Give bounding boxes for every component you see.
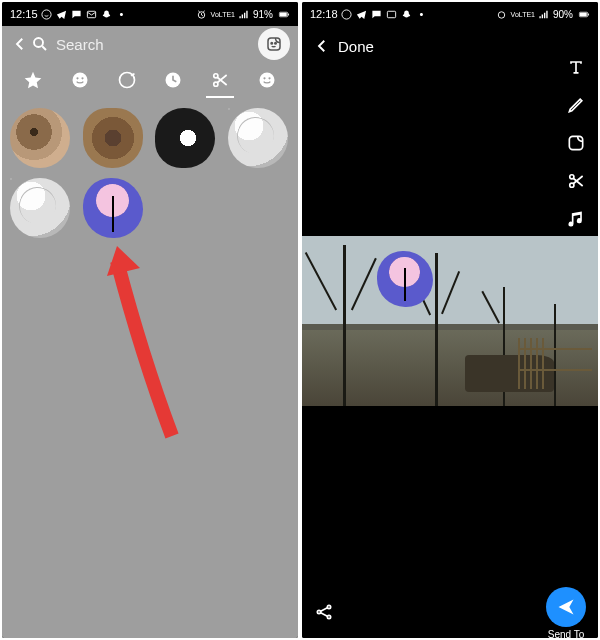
sticker-item[interactable] <box>83 178 143 238</box>
svg-point-20 <box>342 9 351 18</box>
svg-rect-26 <box>569 136 582 149</box>
mail-icon <box>86 8 98 20</box>
tab-emoji[interactable] <box>68 68 92 92</box>
editor-header: Done <box>302 26 598 66</box>
battery-icon <box>578 8 590 20</box>
back-icon[interactable] <box>312 36 332 56</box>
search-input[interactable]: Search <box>56 36 258 53</box>
sticker-item[interactable] <box>155 108 215 168</box>
whatsapp-icon <box>341 8 353 20</box>
svg-point-9 <box>275 43 277 45</box>
message-icon <box>371 8 383 20</box>
svg-point-27 <box>570 175 574 179</box>
svg-point-11 <box>76 77 78 79</box>
volte-label: VoLTE1 <box>211 11 235 18</box>
sticker-item[interactable] <box>83 108 143 168</box>
svg-rect-7 <box>268 38 280 50</box>
search-icon[interactable] <box>30 34 50 54</box>
tab-gif[interactable] <box>115 68 139 92</box>
whatsapp-icon <box>41 8 53 20</box>
tab-smiley[interactable] <box>255 68 279 92</box>
svg-rect-5 <box>288 13 289 15</box>
annotation-arrow <box>102 246 192 446</box>
svg-point-10 <box>72 73 87 88</box>
dot-icon: • <box>416 8 428 20</box>
bottom-bar: Send To <box>302 588 598 638</box>
back-icon[interactable] <box>10 34 30 54</box>
svg-point-12 <box>81 77 83 79</box>
status-bar: 12:15 • VoLTE1 <box>2 2 298 26</box>
alarm-icon <box>196 8 208 20</box>
clock: 12:18 <box>310 8 338 20</box>
tab-star[interactable] <box>21 68 45 92</box>
svg-point-8 <box>271 43 273 45</box>
pencil-tool-icon[interactable] <box>565 94 587 116</box>
svg-rect-4 <box>280 12 287 16</box>
svg-point-17 <box>259 73 274 88</box>
svg-point-22 <box>498 11 504 17</box>
send-to-button[interactable]: Send To <box>546 587 586 639</box>
editor-panel: Done <box>302 26 598 638</box>
phone-left: 12:15 • VoLTE1 <box>2 2 298 638</box>
tab-scissors[interactable] <box>208 68 232 92</box>
svg-point-32 <box>327 615 330 618</box>
picker-header: Search <box>2 26 298 62</box>
volte-label: VoLTE1 <box>511 11 535 18</box>
svg-point-18 <box>263 77 265 79</box>
signal-icon <box>238 8 250 20</box>
mail-icon <box>386 8 398 20</box>
send-icon[interactable] <box>546 587 586 627</box>
sticker-item[interactable] <box>10 108 70 168</box>
done-button[interactable]: Done <box>338 38 374 55</box>
svg-point-28 <box>570 183 574 187</box>
battery-pct: 90% <box>553 9 573 20</box>
telegram-icon <box>56 8 68 20</box>
battery-pct: 91% <box>253 9 273 20</box>
sticker-item[interactable] <box>10 178 70 238</box>
status-bar: 12:18 • VoLTE1 <box>302 2 598 26</box>
sticker-tool-icon[interactable] <box>565 132 587 154</box>
svg-point-16 <box>214 82 218 86</box>
alarm-icon <box>496 8 508 20</box>
text-tool-icon[interactable] <box>565 56 587 78</box>
snapchat-icon <box>101 8 113 20</box>
dot-icon: • <box>116 8 128 20</box>
create-sticker-button[interactable] <box>258 28 290 60</box>
svg-rect-25 <box>588 13 589 15</box>
tab-recent[interactable] <box>161 68 185 92</box>
clock: 12:15 <box>10 8 38 20</box>
signal-icon <box>538 8 550 20</box>
share-icon[interactable] <box>314 602 336 624</box>
svg-point-19 <box>268 77 270 79</box>
svg-point-31 <box>327 605 330 608</box>
svg-point-30 <box>317 610 320 613</box>
svg-point-15 <box>214 74 218 78</box>
snap-preview[interactable] <box>302 236 598 406</box>
send-label: Send To <box>548 629 585 639</box>
telegram-icon <box>356 8 368 20</box>
picker-tabs <box>2 62 298 98</box>
svg-point-6 <box>34 38 43 47</box>
sticker-grid <box>2 98 298 248</box>
sticker-picker-panel: Search <box>2 26 298 638</box>
svg-point-0 <box>42 9 51 18</box>
music-tool-icon[interactable] <box>565 208 587 230</box>
battery-icon <box>278 8 290 20</box>
svg-rect-24 <box>580 12 587 16</box>
scissors-tool-icon[interactable] <box>565 170 587 192</box>
placed-sticker[interactable] <box>377 251 433 307</box>
sticker-item[interactable] <box>228 108 288 168</box>
message-icon <box>71 8 83 20</box>
phone-right: 12:18 • VoLTE1 <box>302 2 598 638</box>
snapchat-icon <box>401 8 413 20</box>
svg-rect-21 <box>387 11 395 17</box>
